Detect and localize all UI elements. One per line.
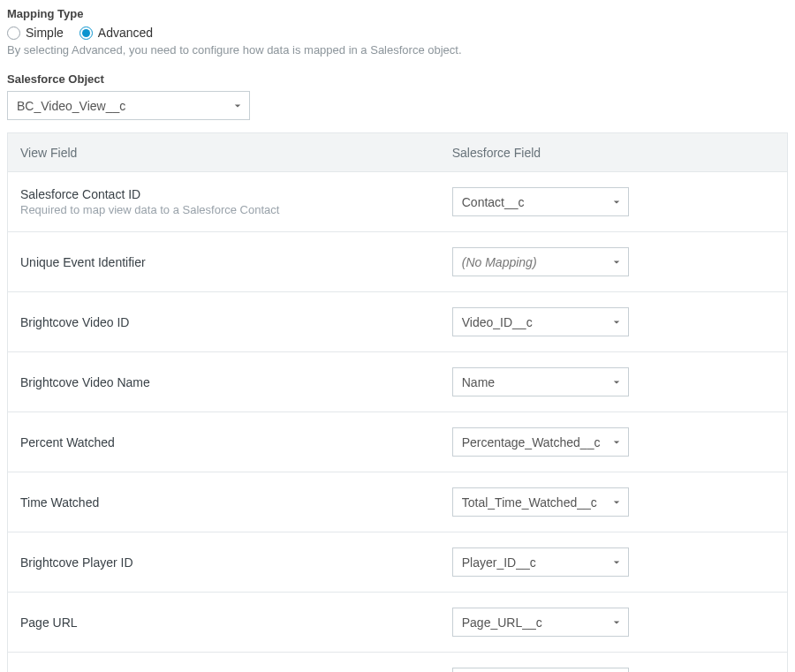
sf-field-select[interactable]: Percentage_Watched__c — [452, 427, 629, 457]
sf-field-value: Percentage_Watched__c — [452, 427, 629, 457]
row-sf-field: Contact__c — [452, 187, 787, 216]
sf-field-select[interactable]: (No Mapping) — [452, 247, 629, 276]
sf-field-select[interactable]: Video_ID__c — [452, 307, 629, 336]
sf-field-select[interactable]: Page_URL__c — [452, 608, 629, 637]
table-row: Brightcove Video NameName — [8, 352, 787, 412]
sf-field-select[interactable]: (No Mapping) — [452, 668, 629, 672]
row-sf-field: Percentage_Watched__c — [452, 427, 787, 457]
sf-field-value: (No Mapping) — [452, 247, 629, 276]
table-row: Unique Event Identifier(No Mapping) — [8, 232, 787, 292]
th-view-field: View Field — [8, 146, 452, 160]
field-label: Brightcove Player ID — [20, 555, 440, 570]
row-sf-field: Player_ID__c — [452, 547, 787, 577]
sf-field-value: Video_ID__c — [452, 307, 629, 336]
field-label: Percent Watched — [20, 435, 440, 449]
sf-object-value: BC_Video_View__c — [7, 91, 250, 120]
row-view-field: Percent Watched — [8, 435, 452, 449]
table-row: (No Mapping) — [8, 653, 787, 672]
sf-field-value: Total_Time_Watched__c — [452, 487, 629, 517]
th-sf-field: Salesforce Field — [452, 146, 787, 160]
sf-object-title: Salesforce Object — [7, 72, 788, 86]
mapping-type-radio-group: Simple Advanced — [7, 26, 788, 40]
sf-field-select[interactable]: Total_Time_Watched__c — [452, 487, 629, 517]
sf-field-select[interactable]: Name — [452, 367, 629, 396]
field-label: Page URL — [20, 615, 440, 630]
radio-advanced-label: Advanced — [98, 26, 153, 40]
row-view-field: Brightcove Video ID — [8, 315, 452, 329]
sf-field-value: Contact__c — [452, 187, 629, 216]
field-label: Unique Event Identifier — [20, 255, 440, 269]
row-sf-field: Page_URL__c — [452, 608, 787, 637]
row-sf-field: (No Mapping) — [452, 668, 787, 672]
field-label: Brightcove Video ID — [20, 315, 440, 329]
radio-advanced[interactable]: Advanced — [80, 26, 153, 40]
field-label: Time Watched — [20, 495, 440, 510]
row-view-field: Brightcove Player ID — [8, 555, 452, 570]
row-view-field: Time Watched — [8, 495, 452, 510]
sf-field-value: Player_ID__c — [452, 547, 629, 577]
radio-unchecked-icon — [7, 26, 20, 40]
row-view-field: Page URL — [8, 615, 452, 630]
sf-field-value: Name — [452, 367, 629, 396]
sf-object-select[interactable]: BC_Video_View__c — [7, 91, 250, 120]
mapping-table: View Field Salesforce Field Salesforce C… — [7, 132, 788, 672]
mapping-type-help: By selecting Advanced, you need to confi… — [7, 43, 788, 57]
row-sf-field: (No Mapping) — [452, 247, 787, 276]
sf-field-value: (No Mapping) — [452, 668, 629, 672]
row-sf-field: Name — [452, 367, 787, 396]
row-view-field: Brightcove Video Name — [8, 375, 452, 389]
sf-field-select[interactable]: Player_ID__c — [452, 547, 629, 577]
radio-simple[interactable]: Simple — [7, 26, 64, 40]
radio-checked-icon — [80, 26, 93, 40]
field-label: Brightcove Video Name — [20, 375, 440, 389]
row-sf-field: Total_Time_Watched__c — [452, 487, 787, 517]
table-row: Page URLPage_URL__c — [8, 593, 787, 653]
sf-field-select[interactable]: Contact__c — [452, 187, 629, 216]
table-header: View Field Salesforce Field — [8, 133, 787, 172]
row-view-field: Unique Event Identifier — [8, 255, 452, 269]
table-row: Percent WatchedPercentage_Watched__c — [8, 412, 787, 472]
field-sublabel: Required to map view data to a Salesforc… — [20, 203, 440, 216]
table-row: Salesforce Contact IDRequired to map vie… — [8, 172, 787, 232]
radio-simple-label: Simple — [26, 26, 64, 40]
sf-field-value: Page_URL__c — [452, 608, 629, 637]
mapping-type-title: Mapping Type — [7, 7, 788, 20]
table-row: Brightcove Video IDVideo_ID__c — [8, 292, 787, 352]
row-view-field: Salesforce Contact IDRequired to map vie… — [8, 187, 452, 216]
table-row: Brightcove Player IDPlayer_ID__c — [8, 532, 787, 593]
table-row: Time WatchedTotal_Time_Watched__c — [8, 472, 787, 532]
row-sf-field: Video_ID__c — [452, 307, 787, 336]
field-label: Salesforce Contact ID — [20, 187, 440, 201]
